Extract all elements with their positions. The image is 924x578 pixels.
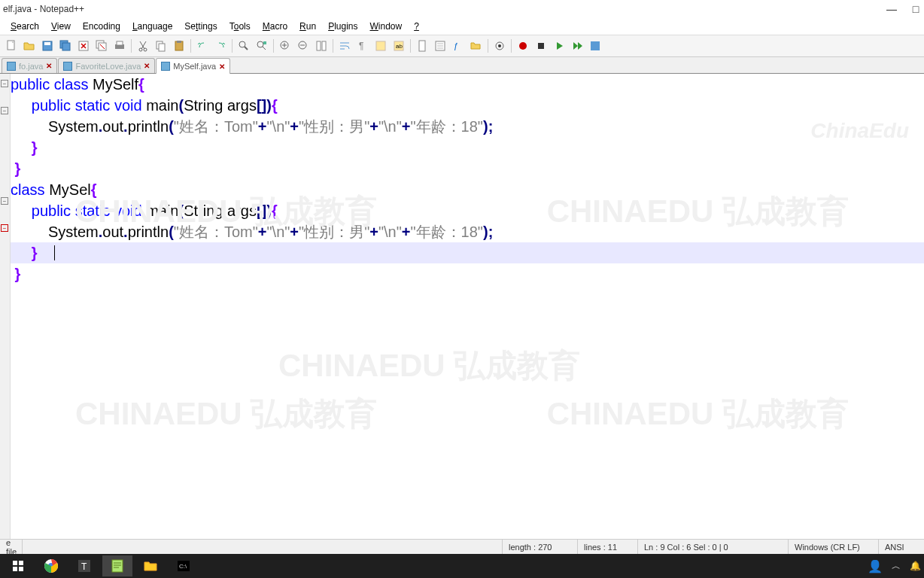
- tab-label: fo.java: [19, 62, 43, 71]
- svg-point-10: [139, 48, 142, 51]
- close-all-icon[interactable]: [93, 38, 110, 54]
- text-cursor: [54, 245, 55, 260]
- svg-rect-33: [538, 43, 544, 49]
- taskbar-explorer[interactable]: [135, 555, 166, 576]
- fold-gutter: − − − −: [0, 74, 11, 540]
- fold-toggle[interactable]: −: [1, 107, 8, 114]
- zoom-in-icon[interactable]: [277, 38, 293, 54]
- svg-point-16: [239, 41, 245, 47]
- svg-text:ab: ab: [396, 43, 403, 50]
- open-file-icon[interactable]: [21, 38, 38, 54]
- tab-myself-java[interactable]: MySelf.java ✕: [156, 58, 230, 74]
- taskbar-people-icon[interactable]: 👤: [868, 559, 883, 573]
- menu-view[interactable]: View: [47, 20, 75, 33]
- save-icon[interactable]: [39, 38, 56, 54]
- paste-icon[interactable]: [171, 38, 187, 54]
- func-list-icon[interactable]: ƒ: [450, 38, 467, 54]
- menu-window[interactable]: Window: [366, 20, 407, 33]
- svg-text:T: T: [81, 561, 87, 572]
- status-bar: e file length : 270 lines : 11 Ln : 9 Co…: [0, 539, 924, 554]
- cut-icon[interactable]: [135, 38, 151, 54]
- record-icon[interactable]: [515, 38, 531, 54]
- svg-rect-15: [177, 41, 181, 43]
- show-chars-icon[interactable]: ¶: [354, 38, 371, 54]
- doc-list-icon[interactable]: [432, 38, 448, 54]
- menu-search[interactable]: Search: [6, 20, 44, 33]
- sync-scroll-icon[interactable]: [313, 38, 330, 54]
- menu-encoding[interactable]: Encoding: [78, 20, 125, 33]
- file-icon: [161, 62, 170, 71]
- taskbar-text-editor[interactable]: T: [69, 555, 99, 576]
- svg-rect-43: [112, 560, 123, 572]
- menu-run[interactable]: Run: [295, 20, 321, 33]
- maximize-button[interactable]: □: [910, 4, 921, 14]
- menu-plugins[interactable]: Plugins: [324, 20, 362, 33]
- taskbar-notepadpp[interactable]: [102, 555, 132, 576]
- menu-language[interactable]: Language: [128, 20, 177, 33]
- status-empty: [23, 540, 503, 554]
- svg-rect-18: [263, 41, 266, 44]
- menu-tools[interactable]: Tools: [225, 20, 255, 33]
- toolbar-separator: [273, 39, 274, 53]
- taskbar-notification-icon[interactable]: 🔔: [910, 561, 921, 571]
- svg-rect-36: [19, 561, 23, 565]
- menu-settings[interactable]: Settings: [180, 20, 221, 33]
- toolbar-separator: [131, 39, 132, 53]
- menu-help[interactable]: ?: [409, 20, 424, 33]
- indent-guide-icon[interactable]: [372, 38, 389, 54]
- status-encoding: ANSI: [879, 540, 924, 554]
- svg-rect-4: [62, 43, 70, 50]
- taskbar-tray-chevron[interactable]: ︿: [892, 560, 901, 573]
- minimize-button[interactable]: —: [886, 4, 897, 14]
- save-all-icon[interactable]: [57, 38, 74, 54]
- new-file-icon[interactable]: [3, 38, 20, 54]
- file-icon: [7, 62, 16, 71]
- taskbar-cmd[interactable]: C:\: [169, 555, 199, 576]
- start-button[interactable]: [3, 555, 33, 576]
- stop-icon[interactable]: [533, 38, 549, 54]
- title-bar: elf.java - Notepad++ — □: [0, 0, 924, 18]
- save-macro-icon[interactable]: [587, 38, 603, 54]
- code-editor[interactable]: − − − − public class MySelf{ public stat…: [0, 74, 924, 540]
- close-icon[interactable]: [75, 38, 92, 54]
- svg-point-17: [257, 41, 263, 47]
- find-icon[interactable]: [236, 38, 252, 54]
- window-title: elf.java - Notepad++: [3, 4, 84, 14]
- play-icon[interactable]: [551, 38, 567, 54]
- svg-rect-37: [13, 567, 17, 571]
- status-file: e file: [0, 540, 23, 554]
- fold-toggle[interactable]: −: [1, 224, 8, 232]
- folder-tree-icon[interactable]: [468, 38, 485, 54]
- tab-close-icon[interactable]: ✕: [144, 62, 150, 70]
- wordwrap-icon[interactable]: [336, 38, 353, 54]
- monitor-icon[interactable]: [491, 38, 508, 54]
- copy-icon[interactable]: [153, 38, 169, 54]
- status-eol: Windows (CR LF): [789, 540, 879, 554]
- taskbar-chrome[interactable]: [36, 555, 66, 576]
- replace-icon[interactable]: [254, 38, 270, 54]
- user-lang-icon[interactable]: ab: [391, 38, 407, 54]
- fold-toggle[interactable]: −: [1, 80, 8, 87]
- status-lines: lines : 11: [578, 540, 638, 554]
- tab-close-icon[interactable]: ✕: [46, 62, 52, 70]
- doc-map-icon[interactable]: [414, 38, 430, 54]
- svg-rect-27: [419, 41, 425, 51]
- tab-fo-java[interactable]: fo.java ✕: [2, 58, 57, 73]
- tab-favoritelove-java[interactable]: FavoriteLove.java ✕: [58, 58, 155, 73]
- undo-icon[interactable]: [194, 38, 211, 54]
- zoom-out-icon[interactable]: [295, 38, 312, 54]
- svg-rect-2: [44, 42, 50, 45]
- code-area[interactable]: public class MySelf{ public static void …: [11, 74, 924, 540]
- svg-rect-35: [13, 561, 17, 565]
- tab-close-icon[interactable]: ✕: [219, 62, 225, 71]
- play-multi-icon[interactable]: [569, 38, 585, 54]
- menu-macro[interactable]: Macro: [258, 20, 292, 33]
- svg-rect-21: [317, 41, 321, 50]
- print-icon[interactable]: [111, 38, 128, 54]
- redo-icon[interactable]: [212, 38, 229, 54]
- file-icon: [63, 62, 72, 71]
- toolbar-separator: [190, 39, 191, 53]
- fold-toggle[interactable]: −: [1, 197, 8, 205]
- svg-point-32: [519, 42, 527, 50]
- toolbar-separator: [410, 39, 411, 53]
